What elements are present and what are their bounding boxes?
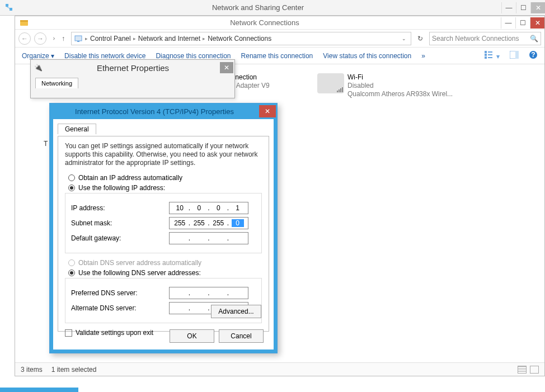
ethernet-tab-networking[interactable]: Networking [35,78,78,88]
radio-obtain-ip-auto[interactable]: Obtain an IP address automatically [68,174,262,182]
cmd-disable-device[interactable]: Disable this network device [64,52,145,60]
checkbox-icon [65,329,72,337]
view-details-icon[interactable] [518,366,527,374]
label-alternate-dns: Alternate DNS server: [71,304,169,312]
svg-rect-6 [77,41,79,42]
cmd-more-chevron[interactable]: » [421,52,425,60]
ipv4-title: Internet Protocol Version 4 (TCP/IPv4) P… [50,107,259,116]
svg-text:?: ? [531,51,535,59]
label-preferred-dns: Preferred DNS server: [71,289,169,297]
outer-maximize-button[interactable]: ☐ [516,2,530,13]
inner-maximize-button[interactable]: ☐ [515,17,530,29]
breadcrumb-seg-1[interactable]: Control Panel [90,35,131,42]
svg-rect-12 [488,57,492,58]
control-panel-icon [74,34,83,43]
network-item-wifi[interactable]: Wi-Fi Disabled Qualcomm Atheros AR938x W… [317,73,453,98]
svg-rect-14 [515,51,519,59]
search-input[interactable]: Search Network Connections 🔍 [429,32,541,45]
ipv4-properties-dialog: Internet Protocol Version 4 (TCP/IPv4) P… [49,103,278,353]
ethernet-partial-text: T [44,140,48,148]
outer-close-button[interactable]: ✕ [530,2,545,13]
ethernet-properties-titlebar[interactable]: 🔌 Ethernet Properties ✕ [31,60,234,75]
breadcrumb[interactable]: ▸ Control Panel ▸ Network and Internet ▸… [71,32,411,45]
help-icon[interactable]: ? [529,50,538,61]
cmd-view-status[interactable]: View status of this connection [323,52,411,60]
svg-rect-11 [488,54,492,55]
inner-minimize-button[interactable]: — [501,17,515,29]
radio-use-following-ip[interactable]: Use the following IP address: [68,184,262,192]
status-selected-count: 1 item selected [51,366,97,374]
label-ip-address: IP address: [71,204,169,212]
view-large-icons-icon[interactable] [530,366,539,374]
nav-forward-button[interactable]: → [34,32,46,45]
ip-address-fieldset: IP address: 10. 0. 0. 1 Subnet mask: 255… [65,193,262,253]
inner-window-title: Network Connections [29,18,501,27]
cmd-rename[interactable]: Rename this connection [241,52,313,60]
ipv4-tab-general[interactable]: General [58,124,96,134]
ok-button[interactable]: OK [170,329,214,343]
cmd-diagnose[interactable]: Diagnose this connection [156,52,231,60]
outer-window-titlebar: Network and Sharing Center — ☐ ✕ [0,0,545,16]
ipv4-titlebar[interactable]: Internet Protocol Version 4 (TCP/IPv4) P… [50,103,277,119]
inner-window-titlebar: Network Connections — ☐ ✕ [15,16,544,30]
svg-rect-4 [20,20,28,22]
ipv4-description: You can get IP settings assigned automat… [65,142,262,167]
taskbar-accent [0,388,78,392]
wifi-adapter-icon [317,73,344,93]
radio-obtain-dns-auto: Obtain DNS server address automatically [68,259,262,267]
network-connections-icon [20,18,29,27]
outer-window-title: Network and Sharing Center [15,3,501,12]
label-subnet-mask: Subnet mask: [71,219,169,227]
nav-back-button[interactable]: ← [18,32,31,45]
breadcrumb-seg-2[interactable]: Network and Internet [138,35,200,42]
ethernet-properties-dialog: 🔌 Ethernet Properties ✕ Networking [30,59,235,98]
preferred-dns-input[interactable]: ... [169,287,248,299]
outer-minimize-button[interactable]: — [501,2,516,13]
subnet-mask-input[interactable]: 255. 255. 255. 0 [169,217,248,229]
svg-rect-10 [488,51,492,53]
default-gateway-input[interactable]: ... [169,232,248,244]
preview-pane-icon[interactable] [510,51,519,60]
svg-rect-9 [485,56,487,59]
nav-history-dropdown[interactable]: ⌄ [49,36,57,41]
breadcrumb-chevron-icon: ▸ [203,36,205,41]
view-options-icon[interactable]: ▾ [485,51,500,60]
advanced-button[interactable]: Advanced... [211,305,261,318]
inner-close-button[interactable]: ✕ [530,17,544,29]
ethernet-icon: 🔌 [34,64,43,72]
breadcrumb-seg-3[interactable]: Network Connections [208,35,271,42]
search-placeholder: Search Network Connections [432,35,519,42]
cmd-organize[interactable]: Organize ▾ [22,52,54,60]
radio-use-following-dns[interactable]: Use the following DNS server addresses: [68,269,262,277]
ip-address-input[interactable]: 10. 0. 0. 1 [169,202,248,214]
status-bar: 3 items 1 item selected [15,362,544,376]
breadcrumb-dropdown-button[interactable]: ⌄ [400,36,408,41]
search-icon: 🔍 [530,35,538,42]
ethernet-properties-title: Ethernet Properties [46,63,220,73]
svg-rect-0 [6,4,8,7]
network-sharing-icon [4,3,15,13]
cancel-button[interactable]: Cancel [219,329,264,343]
svg-rect-7 [485,51,487,53]
ethernet-properties-close-button[interactable]: ✕ [220,62,233,73]
nav-up-button[interactable]: ↑ [59,35,68,42]
ipv4-close-button[interactable]: ✕ [259,105,276,117]
breadcrumb-chevron-icon: ▸ [133,36,136,41]
breadcrumb-chevron-icon: ▸ [85,36,88,41]
status-item-count: 3 items [21,366,43,374]
refresh-button[interactable]: ↻ [415,33,426,44]
label-default-gateway: Default gateway: [71,234,169,242]
svg-rect-5 [75,36,82,41]
svg-rect-8 [485,54,487,56]
explorer-navbar: ← → ⌄ ↑ ▸ Control Panel ▸ Network and In… [15,30,544,48]
